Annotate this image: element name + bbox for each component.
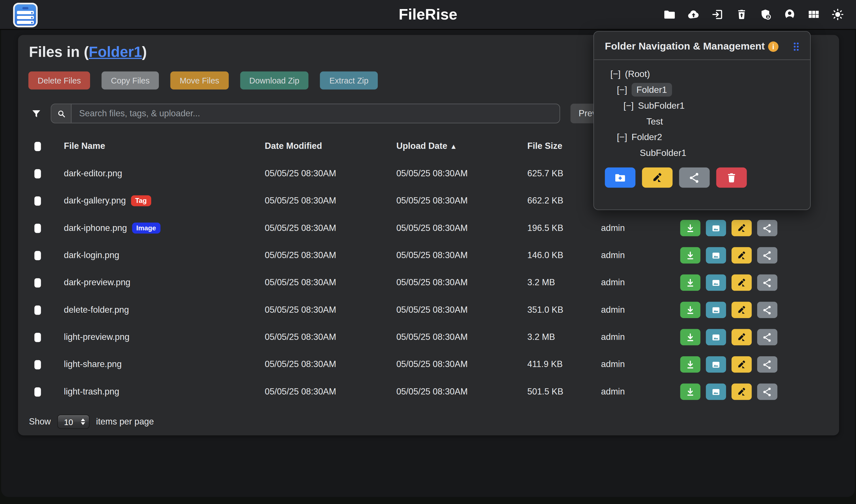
row-checkbox[interactable]	[34, 305, 41, 315]
download-file-button[interactable]	[680, 247, 700, 264]
row-checkbox[interactable]	[34, 278, 41, 287]
column-header-file-size[interactable]: File Size	[527, 141, 601, 151]
upload-date-cell: 05/05/25 08:30AM	[397, 359, 527, 369]
row-checkbox[interactable]	[34, 332, 41, 342]
tree-collapse-toggle[interactable]: [−]	[617, 132, 627, 143]
info-icon[interactable]: i	[768, 41, 779, 52]
light-mode-icon[interactable]	[832, 8, 844, 21]
edit-file-button[interactable]	[731, 302, 752, 318]
file-name[interactable]: dark-gallery.png	[64, 196, 126, 206]
download-file-button[interactable]	[680, 220, 700, 236]
filerise-app: FileRise Files in (Folder1) Delete Files…	[0, 0, 856, 504]
select-all-checkbox[interactable]	[34, 142, 41, 151]
download-zip-button[interactable]: Download Zip	[240, 72, 308, 90]
tree-collapse-toggle[interactable]: [−]	[617, 85, 627, 95]
tree-item: [−]Folder1	[605, 82, 799, 97]
row-actions	[680, 247, 839, 264]
file-size-cell: 3.2 MB	[527, 332, 601, 342]
edit-file-button[interactable]	[731, 220, 752, 236]
file-name[interactable]: light-preview.png	[64, 332, 129, 342]
column-header-file-name[interactable]: File Name	[64, 141, 265, 151]
search-input[interactable]	[72, 104, 560, 123]
edit-file-button[interactable]	[731, 383, 752, 400]
admin-shield-icon[interactable]	[759, 8, 772, 21]
tree-collapse-toggle[interactable]: [−]	[624, 101, 634, 111]
row-checkbox[interactable]	[34, 360, 41, 369]
download-file-button[interactable]	[680, 356, 700, 373]
delete-files-button[interactable]: Delete Files	[28, 72, 90, 90]
date-modified-cell: 05/05/25 08:30AM	[265, 250, 397, 260]
drag-handle-icon[interactable]	[793, 41, 799, 51]
preview-file-button[interactable]	[706, 356, 726, 373]
edit-file-button[interactable]	[731, 356, 752, 373]
edit-file-button[interactable]	[731, 329, 752, 345]
share-file-button[interactable]	[757, 220, 777, 236]
row-checkbox[interactable]	[34, 169, 41, 178]
download-file-button[interactable]	[680, 274, 700, 291]
folder-tree: [−](Root)[−]Folder1[−]SubFolder1Test[−]F…	[605, 66, 799, 161]
edit-file-button[interactable]	[731, 247, 752, 264]
panel-title: Folder Navigation & Management	[605, 40, 765, 52]
preview-file-button[interactable]	[706, 220, 726, 236]
tree-collapse-toggle[interactable]: [−]	[610, 69, 621, 79]
file-name[interactable]: light-share.png	[64, 359, 122, 369]
rename-folder-button[interactable]	[642, 167, 672, 187]
items-per-page-select[interactable]: 10	[57, 415, 89, 429]
tree-item: [−]SubFolder1	[605, 97, 799, 113]
folder-node-test[interactable]: Test	[646, 116, 663, 127]
preview-file-button[interactable]	[706, 274, 726, 291]
create-folder-button[interactable]	[605, 167, 635, 187]
folder-node-folder2[interactable]: Folder2	[631, 132, 662, 143]
grid-view-icon[interactable]	[807, 8, 820, 21]
row-actions	[680, 274, 839, 291]
preview-file-button[interactable]	[706, 302, 726, 318]
restore-trash-icon[interactable]	[735, 8, 748, 21]
sign-in-icon[interactable]	[711, 8, 724, 21]
share-file-button[interactable]	[757, 247, 777, 264]
user-icon[interactable]	[784, 8, 796, 21]
row-checkbox[interactable]	[34, 387, 41, 396]
folder-node-subfolder1[interactable]: SubFolder1	[638, 101, 684, 111]
share-folder-button[interactable]	[679, 167, 710, 187]
uploader-cell: admin	[601, 305, 680, 315]
folder-icon[interactable]	[663, 8, 676, 21]
row-checkbox[interactable]	[34, 251, 41, 260]
file-name[interactable]: dark-preview.png	[64, 277, 130, 288]
tag-badge: Tag	[131, 196, 151, 206]
folder-node-subfolder1[interactable]: SubFolder1	[640, 148, 686, 158]
file-name[interactable]: delete-folder.png	[64, 305, 129, 315]
move-files-button[interactable]: Move Files	[171, 72, 228, 90]
cloud-upload-icon[interactable]	[687, 8, 700, 21]
row-actions	[680, 329, 839, 345]
file-size-cell: 3.2 MB	[527, 277, 601, 288]
download-file-button[interactable]	[680, 302, 700, 318]
filter-icon[interactable]	[29, 108, 43, 119]
share-file-button[interactable]	[757, 329, 777, 345]
download-file-button[interactable]	[680, 329, 700, 345]
edit-file-button[interactable]	[731, 274, 752, 291]
file-name[interactable]: dark-editor.png	[64, 169, 122, 179]
column-header-date-modified[interactable]: Date Modified	[265, 141, 397, 151]
share-file-button[interactable]	[757, 302, 777, 318]
file-name[interactable]: dark-login.png	[64, 250, 120, 260]
search-icon[interactable]	[51, 104, 71, 123]
extract-zip-button[interactable]: Extract Zip	[320, 72, 378, 90]
file-name[interactable]: dark-iphone.png	[64, 223, 127, 233]
share-file-button[interactable]	[757, 274, 777, 291]
file-name[interactable]: light-trash.png	[64, 387, 119, 397]
folder-node-folder1[interactable]: Folder1	[631, 83, 672, 96]
current-folder-link[interactable]: Folder1	[89, 43, 142, 60]
download-file-button[interactable]	[680, 383, 700, 400]
column-header-upload-date[interactable]: Upload Date▲	[397, 141, 527, 151]
row-checkbox[interactable]	[34, 196, 41, 205]
share-file-button[interactable]	[757, 356, 777, 373]
delete-folder-button[interactable]	[716, 167, 747, 187]
folder-node-root[interactable]: (Root)	[625, 69, 650, 79]
preview-file-button[interactable]	[706, 383, 726, 400]
copy-files-button[interactable]: Copy Files	[102, 72, 159, 90]
preview-file-button[interactable]	[706, 329, 726, 345]
file-size-cell: 146.0 KB	[527, 250, 601, 260]
preview-file-button[interactable]	[706, 247, 726, 264]
row-checkbox[interactable]	[34, 223, 41, 233]
share-file-button[interactable]	[757, 383, 777, 400]
